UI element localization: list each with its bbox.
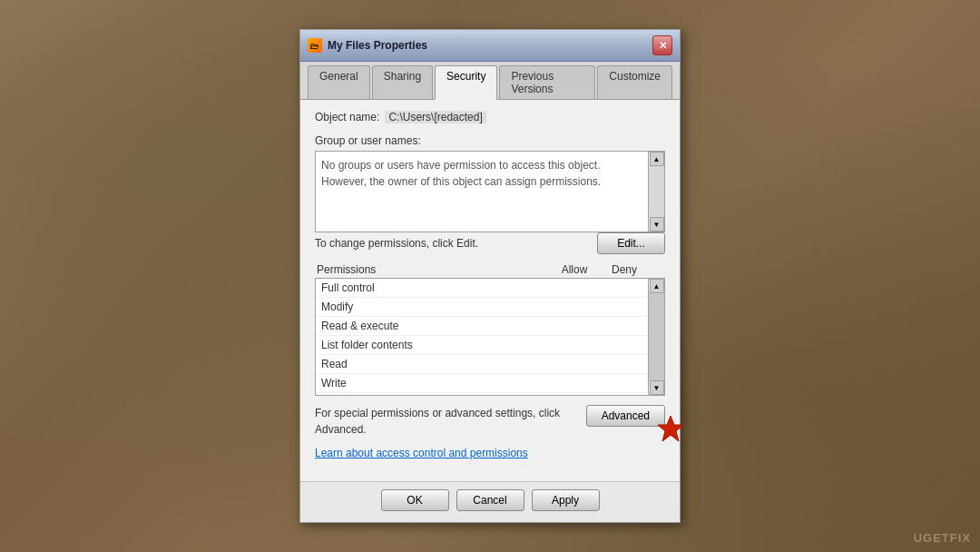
scroll-track[interactable]: [649, 166, 664, 217]
perm-scroll-down[interactable]: ▼: [650, 380, 664, 395]
apply-button[interactable]: Apply: [532, 489, 600, 511]
permissions-edit-row: To change permissions, click Edit. Edit.…: [315, 232, 665, 254]
object-name-label: Object name:: [315, 111, 379, 123]
permissions-list-container: Full control Modify Read & execute: [315, 278, 665, 396]
advanced-section: For special permissions or advanced sett…: [315, 405, 665, 438]
object-name-value: C:\Users\[redacted]: [385, 111, 485, 123]
col-permissions: Permissions: [317, 263, 547, 276]
permissions-header: Permissions Allow Deny: [315, 263, 665, 276]
table-row: Full control: [316, 279, 648, 298]
group-users-label: Group or user names:: [315, 134, 665, 147]
ok-button[interactable]: OK: [381, 489, 449, 511]
title-bar: 🗁 My Files Properties ✕: [300, 30, 680, 62]
group-users-container: No groups or users have permission to ac…: [315, 151, 665, 232]
title-bar-left: 🗁 My Files Properties: [308, 38, 427, 53]
scroll-down-arrow[interactable]: ▼: [650, 217, 664, 232]
tab-previous-versions[interactable]: Previous Versions: [499, 65, 595, 99]
table-row: Modify: [316, 298, 648, 317]
folder-icon: 🗁: [308, 38, 322, 53]
table-row: Read & execute: [316, 317, 648, 336]
permissions-section: Permissions Allow Deny Full control Modi…: [315, 263, 665, 396]
object-name-row: Object name: C:\Users\[redacted]: [315, 111, 665, 123]
advanced-description: For special permissions or advanced sett…: [315, 405, 577, 438]
tab-sharing[interactable]: Sharing: [372, 65, 433, 99]
advanced-button[interactable]: Advanced: [586, 405, 665, 427]
table-row: Write: [316, 374, 648, 393]
col-deny: Deny: [602, 263, 647, 276]
dialog-content: Object name: C:\Users\[redacted] Group o…: [300, 100, 680, 481]
perm-scroll-track[interactable]: [649, 293, 664, 380]
properties-dialog: 🗁 My Files Properties ✕ General Sharing …: [299, 29, 681, 523]
tab-security[interactable]: Security: [435, 65, 497, 100]
col-allow: Allow: [547, 263, 602, 276]
bottom-button-bar: OK Cancel Apply: [300, 481, 680, 522]
close-button[interactable]: ✕: [652, 35, 672, 55]
group-users-scrollbar[interactable]: ▲ ▼: [649, 151, 665, 232]
learn-link[interactable]: Learn about access control and permissio…: [315, 447, 665, 459]
tab-general[interactable]: General: [308, 65, 370, 99]
no-permission-line2: However, the owner of this object can as…: [321, 175, 601, 188]
edit-button[interactable]: Edit...: [597, 232, 665, 254]
permissions-edit-text: To change permissions, click Edit.: [315, 237, 478, 250]
watermark: UGETFIX: [914, 531, 971, 545]
dialog-title: My Files Properties: [328, 39, 427, 52]
tab-customize[interactable]: Customize: [597, 65, 672, 99]
permissions-list: Full control Modify Read & execute: [315, 278, 649, 396]
table-row: List folder contents: [316, 336, 648, 355]
scroll-up-arrow[interactable]: ▲: [650, 152, 664, 166]
group-users-list: No groups or users have permission to ac…: [315, 151, 649, 232]
no-permission-line1: No groups or users have permission to ac…: [321, 159, 600, 172]
perm-scroll-up[interactable]: ▲: [650, 279, 664, 293]
tab-bar: General Sharing Security Previous Versio…: [300, 62, 680, 100]
cancel-button[interactable]: Cancel: [456, 489, 524, 511]
permissions-scrollbar[interactable]: ▲ ▼: [649, 278, 665, 396]
advanced-btn-wrap: Advanced: [586, 405, 665, 427]
table-row: Read: [316, 355, 648, 374]
